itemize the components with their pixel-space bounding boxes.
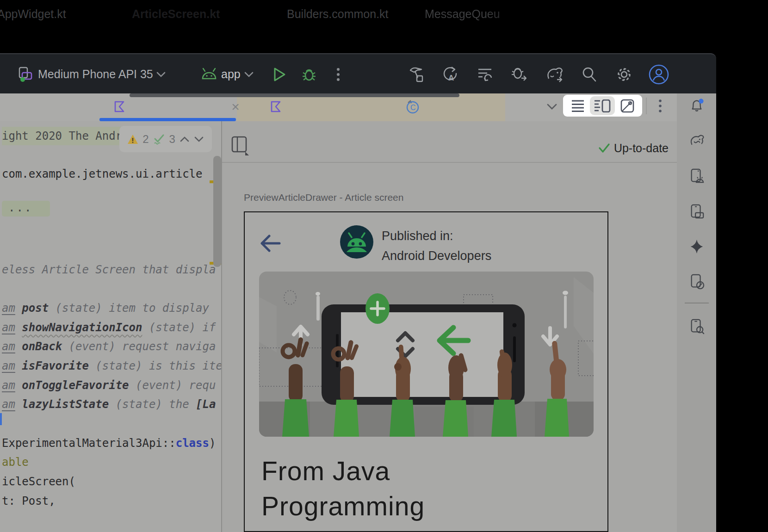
warning-count: 2 <box>142 133 149 146</box>
editor-code[interactable]: ight 2020 The Andrcom.example.jetnews.ui… <box>0 121 221 532</box>
tab-builders-common[interactable]: Builders.common.kt <box>287 0 389 28</box>
article-title-line2: Programming <box>261 489 425 524</box>
publisher-name: Android Developers <box>382 246 491 266</box>
search-icon[interactable] <box>580 54 599 94</box>
article-hero-image <box>259 272 594 437</box>
preview-layout-mode-icon[interactable] <box>231 136 250 155</box>
view-mode-switcher-spotlight <box>563 95 642 117</box>
tab-articlescreen[interactable]: ArticleScreen.kt <box>132 0 220 28</box>
split-view-button-selected[interactable] <box>590 96 615 115</box>
tab-scrollbar[interactable] <box>130 93 459 97</box>
notifications-bell-icon[interactable] <box>689 98 705 113</box>
back-arrow-icon <box>259 234 281 253</box>
published-in-block: Published in: Android Developers <box>382 226 491 266</box>
close-tab-icon[interactable]: × <box>229 93 242 121</box>
checks-passed-icon <box>153 133 165 145</box>
code-line: com.example.jetnews.ui.article <box>2 166 202 182</box>
article-title-line1: From Java <box>261 453 425 489</box>
kotlin-file-icon <box>270 101 282 112</box>
code-view-button[interactable] <box>568 96 588 115</box>
gradle-sync-icon[interactable] <box>544 54 565 94</box>
next-issue-chevron-icon[interactable] <box>194 136 204 142</box>
chevron-down-icon[interactable] <box>242 54 255 94</box>
tab-messagequeue[interactable]: MessageQueu <box>425 0 536 28</box>
tab-appwidget[interactable]: AppWidget.kt <box>0 0 66 28</box>
debug-button[interactable] <box>300 54 318 94</box>
main-toolbar: Medium Phone API 35 app <box>0 53 716 94</box>
gradle-tool-icon[interactable] <box>689 133 705 148</box>
logcat-tool-icon[interactable] <box>689 168 705 184</box>
publisher-avatar <box>340 225 373 259</box>
device-selector-icon[interactable] <box>16 54 36 94</box>
code-line: ight 2020 The Andr <box>2 127 129 145</box>
apply-changes-icon[interactable]: A <box>440 54 461 94</box>
code-line: am post (state) item to display <box>2 300 209 316</box>
apply-code-changes-icon[interactable] <box>475 54 495 94</box>
kotlin-file-icon <box>114 101 125 112</box>
preview-toolbar-divider <box>222 162 677 163</box>
code-line: ... <box>2 200 50 216</box>
code-line: icleScreen( <box>2 474 75 489</box>
vcs-change-marker <box>0 413 2 425</box>
settings-gear-icon[interactable] <box>614 54 634 94</box>
preview-status: Up-to-date <box>534 140 669 156</box>
code-line: eless Article Screen that displa <box>2 262 216 278</box>
device-selector[interactable]: Medium Phone API 35 <box>38 54 153 94</box>
more-options-icon[interactable] <box>331 54 345 94</box>
right-tool-window-bar <box>677 93 716 532</box>
editor-scrollbar[interactable] <box>213 156 221 267</box>
running-devices-icon[interactable] <box>689 274 705 290</box>
preview-status-text: Up-to-date <box>614 142 669 155</box>
prev-issue-chevron-icon[interactable] <box>180 136 190 142</box>
warning-icon <box>127 134 138 144</box>
sidebar-divider <box>685 303 709 303</box>
run-button[interactable] <box>271 54 288 94</box>
code-line: t: Post, <box>2 493 56 509</box>
inspection-widget[interactable]: 2 3 <box>119 126 212 152</box>
code-line: ExperimentalMaterial3Api::class) <box>2 435 216 451</box>
attach-debugger-icon[interactable] <box>509 54 529 94</box>
checks-count: 3 <box>169 133 175 146</box>
tab-toolbar-divider <box>646 98 647 114</box>
build-hammer-icon[interactable] <box>406 54 427 94</box>
code-line: am lazyListState (state) the [La <box>2 396 216 412</box>
code-line: am onBack (event) request naviga <box>2 339 216 354</box>
gemini-spark-icon[interactable] <box>689 239 705 254</box>
device-manager-icon[interactable] <box>689 204 705 220</box>
android-logo-icon <box>199 54 219 94</box>
device-explorer-icon[interactable] <box>689 319 705 334</box>
published-in-label: Published in: <box>382 226 491 246</box>
check-icon <box>598 143 610 153</box>
user-avatar[interactable] <box>648 54 670 94</box>
active-tab-indicator <box>99 118 236 121</box>
code-line: able <box>2 454 29 470</box>
article-title: From Java Programming <box>261 453 425 524</box>
svg-text:C: C <box>410 104 416 111</box>
hidden-tabs-chevron-icon[interactable] <box>546 103 558 111</box>
design-view-button[interactable] <box>617 96 638 115</box>
preview-composable-label[interactable]: PreviewArticleDrawer - Article screen <box>244 192 403 203</box>
svg-text:A: A <box>448 74 454 82</box>
screenshot-root: Medium Phone API 35 app <box>0 0 768 532</box>
java-class-icon: C <box>405 100 419 114</box>
code-line: am showNavigationIcon (state) if <box>2 320 216 335</box>
run-configuration[interactable]: app <box>221 54 241 94</box>
tab-options-icon[interactable] <box>658 99 663 114</box>
code-line: am onToggleFavorite (event) requ <box>2 377 216 393</box>
chevron-down-icon[interactable] <box>155 54 167 94</box>
code-line: am isFavorite (state) is this ite <box>2 358 221 374</box>
